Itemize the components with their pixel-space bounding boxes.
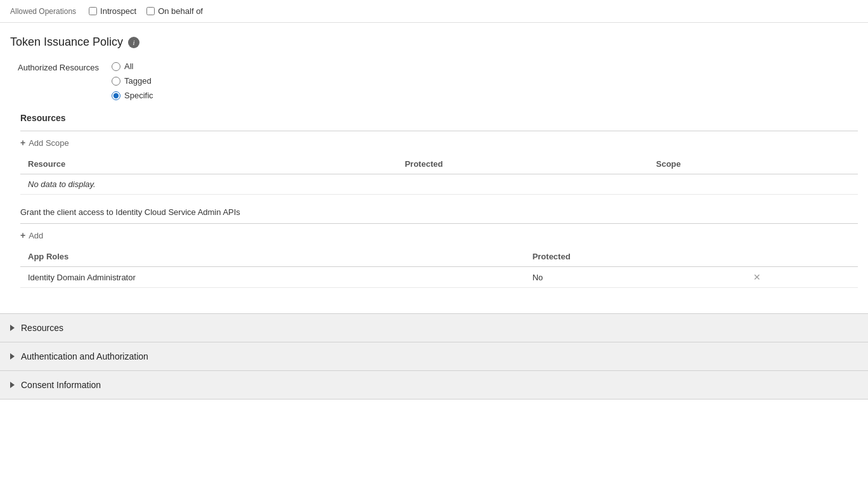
token-issuance-policy-title: Token Issuance Policy xyxy=(10,36,123,49)
col-header-protected: Protected xyxy=(397,154,648,174)
on-behalf-of-checkbox-item[interactable]: On behalf of xyxy=(146,6,203,16)
authorized-resources-radio-group: All Tagged Specific xyxy=(112,62,153,100)
accordion-resources[interactable]: Resources xyxy=(0,314,868,342)
resources-table-header-row: Resource Protected Scope xyxy=(20,154,858,174)
col-header-app-roles-protected: Protected xyxy=(525,247,744,267)
remove-app-role-button[interactable]: ✕ xyxy=(751,272,763,282)
resources-sub-title: Resources xyxy=(20,113,858,123)
allowed-operations-checkboxes: Introspect On behalf of xyxy=(89,6,203,16)
add-button[interactable]: + Add xyxy=(20,224,43,247)
on-behalf-of-label: On behalf of xyxy=(158,6,203,16)
resources-no-data-cell: No data to display. xyxy=(20,174,858,195)
resources-no-data-row: No data to display. xyxy=(20,174,858,195)
resources-divider xyxy=(20,131,858,131)
app-role-protected: No xyxy=(525,267,744,288)
add-scope-plus-icon: + xyxy=(20,138,25,148)
introspect-checkbox[interactable] xyxy=(89,7,97,15)
col-header-app-roles: App Roles xyxy=(20,247,525,267)
radio-tagged-label: Tagged xyxy=(124,76,152,86)
info-icon[interactable]: i xyxy=(128,37,139,48)
resources-no-data-text: No data to display. xyxy=(28,179,96,189)
introspect-checkbox-item[interactable]: Introspect xyxy=(89,6,136,16)
on-behalf-of-checkbox[interactable] xyxy=(146,7,155,15)
accordion-section: Resources Authentication and Authorizati… xyxy=(0,313,868,400)
grant-title: Grant the client access to Identity Clou… xyxy=(20,207,858,217)
resources-table: Resource Protected Scope No data to disp… xyxy=(20,154,858,195)
accordion-consent-information[interactable]: Consent Information xyxy=(0,371,868,400)
chevron-consent-icon xyxy=(10,382,15,388)
app-roles-header-row: App Roles Protected xyxy=(20,247,858,267)
chevron-resources-icon xyxy=(10,325,15,331)
add-label: Add xyxy=(29,231,43,240)
accordion-consent-label: Consent Information xyxy=(21,380,101,390)
authorized-resources-label: Authorized Resources xyxy=(10,62,99,72)
col-header-action xyxy=(743,247,858,267)
app-roles-row: Identity Domain Administrator No ✕ xyxy=(20,267,858,288)
resources-section: Resources + Add Scope Resource Protected… xyxy=(20,113,858,288)
token-issuance-policy-title-row: Token Issuance Policy i xyxy=(10,36,858,49)
accordion-auth-label: Authentication and Authorization xyxy=(21,351,148,361)
grant-divider xyxy=(20,223,858,224)
col-header-resource: Resource xyxy=(20,154,397,174)
accordion-resources-label: Resources xyxy=(21,323,63,333)
app-roles-table: App Roles Protected Identity Domain Admi… xyxy=(20,247,858,288)
allowed-operations-label: Allowed Operations xyxy=(10,7,76,16)
radio-specific[interactable] xyxy=(112,91,120,100)
main-content: Token Issuance Policy i Authorized Resou… xyxy=(0,23,868,313)
add-scope-button[interactable]: + Add Scope xyxy=(20,131,69,154)
radio-tagged-item[interactable]: Tagged xyxy=(112,76,153,86)
accordion-auth-authorization[interactable]: Authentication and Authorization xyxy=(0,342,868,371)
app-role-name: Identity Domain Administrator xyxy=(20,267,525,288)
app-role-remove-cell: ✕ xyxy=(743,267,858,288)
radio-specific-item[interactable]: Specific xyxy=(112,91,153,100)
radio-specific-label: Specific xyxy=(124,91,153,100)
chevron-auth-icon xyxy=(10,353,15,360)
radio-tagged[interactable] xyxy=(112,77,120,86)
radio-all[interactable] xyxy=(112,62,120,71)
grant-section: Grant the client access to Identity Clou… xyxy=(20,207,858,288)
introspect-label: Introspect xyxy=(100,6,136,16)
authorized-resources-row: Authorized Resources All Tagged Specific xyxy=(10,62,858,100)
radio-all-item[interactable]: All xyxy=(112,62,153,71)
allowed-operations-bar: Allowed Operations Introspect On behalf … xyxy=(0,0,868,23)
radio-all-label: All xyxy=(124,62,133,71)
add-scope-label: Add Scope xyxy=(29,138,69,148)
add-plus-icon: + xyxy=(20,230,25,240)
col-header-scope: Scope xyxy=(649,154,858,174)
